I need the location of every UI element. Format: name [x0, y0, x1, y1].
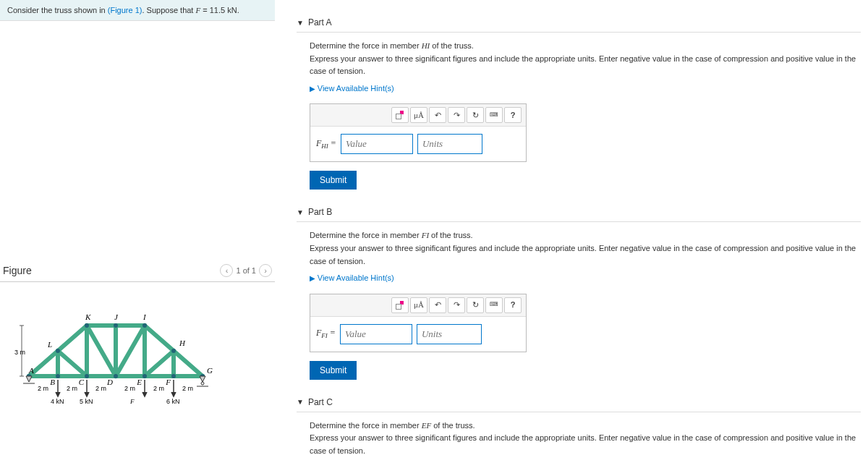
special-char-icon[interactable]: μÅ	[410, 107, 427, 123]
part-b-prompt: Determine the force in member FI of the …	[310, 229, 861, 242]
reset-icon[interactable]: ↻	[467, 107, 484, 123]
fraction-tool-icon[interactable]	[391, 107, 409, 123]
part-a-caret-icon[interactable]: ▼	[297, 19, 304, 27]
redo-icon[interactable]: ↷	[448, 107, 465, 123]
part-a-hints-toggle[interactable]: View Available Hint(s)	[310, 82, 394, 95]
dim-2m-6: 2 m	[182, 385, 193, 392]
svg-line-9	[58, 351, 87, 376]
part-b-caret-icon[interactable]: ▼	[297, 208, 304, 216]
label-B: B	[50, 378, 55, 386]
part-a-force-label: FHI =	[316, 137, 336, 152]
help-icon[interactable]: ?	[504, 297, 522, 313]
part-a: ▼ Part A Determine the force in member H…	[297, 13, 861, 190]
dim-2m-1: 2 m	[38, 385, 48, 392]
part-a-title: Part A	[308, 17, 332, 27]
svg-point-16	[114, 374, 118, 378]
label-E: E	[136, 378, 142, 386]
keyboard-icon[interactable]: ⌨	[485, 107, 503, 123]
part-b-units-input[interactable]	[417, 324, 482, 344]
load-6kn: 6 kN	[166, 398, 180, 405]
svg-point-18	[171, 374, 176, 378]
label-J: J	[114, 312, 119, 321]
part-b-force-label: FFI =	[316, 326, 336, 341]
special-char-icon[interactable]: μÅ	[410, 297, 427, 313]
part-b-hints-toggle[interactable]: View Available Hint(s)	[310, 272, 394, 285]
label-I: I	[142, 312, 147, 321]
problem-text-3: = 11.5 kN.	[200, 6, 239, 14]
part-b-title: Part B	[308, 207, 332, 217]
undo-icon[interactable]: ↶	[429, 107, 446, 123]
svg-line-10	[87, 326, 116, 376]
part-a-submit-button[interactable]: Submit	[310, 171, 357, 190]
figure-link[interactable]: (Figure 1)	[108, 6, 142, 14]
help-icon[interactable]: ?	[504, 107, 522, 123]
label-G: G	[207, 366, 213, 375]
svg-point-24	[171, 349, 176, 353]
svg-point-21	[85, 323, 89, 328]
label-K: K	[85, 312, 91, 321]
fraction-tool-icon[interactable]	[391, 297, 409, 313]
label-D: D	[106, 378, 113, 386]
reset-icon[interactable]: ↻	[467, 297, 484, 313]
svg-point-20	[56, 349, 60, 353]
undo-icon[interactable]: ↶	[429, 297, 446, 313]
load-4kn: 4 kN	[51, 398, 64, 405]
svg-point-17	[142, 374, 147, 378]
part-a-instructions: Express your answer to three significant…	[310, 53, 861, 78]
svg-line-11	[116, 326, 145, 376]
part-c-instructions: Express your answer to three significant…	[310, 432, 861, 455]
figure-pager: ‹ 1 of 1 ›	[220, 264, 272, 277]
part-c-title: Part C	[308, 397, 333, 407]
svg-point-14	[56, 374, 60, 378]
svg-point-15	[85, 374, 89, 378]
dim-2m-5: 2 m	[153, 385, 164, 392]
part-c-prompt: Determine the force in member EF of the …	[310, 420, 861, 433]
problem-text-1: Consider the truss shown in	[7, 6, 108, 14]
load-5kn: 5 kN	[80, 398, 93, 405]
label-H: H	[179, 339, 186, 347]
label-L: L	[47, 340, 52, 349]
part-c: ▼ Part C Determine the force in member E…	[297, 393, 861, 455]
part-b-input-box: μÅ ↶ ↷ ↻ ⌨ ? FFI =	[310, 294, 527, 352]
keyboard-icon[interactable]: ⌨	[485, 297, 503, 313]
figure-header: Figure ‹ 1 of 1 ›	[0, 260, 275, 282]
dim-3m: 3 m	[14, 349, 25, 356]
part-a-prompt: Determine the force in member HI of the …	[310, 40, 861, 53]
part-b: ▼ Part B Determine the force in member F…	[297, 203, 861, 379]
part-a-units-input[interactable]	[417, 134, 482, 154]
label-A: A	[28, 366, 34, 375]
dim-2m-3: 2 m	[95, 385, 106, 392]
dim-2m-4: 2 m	[124, 385, 135, 392]
figure-prev-button[interactable]: ‹	[220, 264, 233, 277]
figure-next-button[interactable]: ›	[259, 264, 272, 277]
label-C: C	[79, 378, 85, 386]
load-F: F	[129, 398, 135, 405]
part-b-value-input[interactable]	[340, 324, 412, 344]
label-F-node: F	[165, 378, 171, 386]
part-b-instructions: Express your answer to three significant…	[310, 242, 861, 268]
problem-text-2: . Suppose that	[142, 6, 195, 14]
part-b-submit-button[interactable]: Submit	[310, 361, 357, 380]
figure-title: Figure	[3, 265, 32, 276]
dim-2m-2: 2 m	[67, 385, 77, 392]
svg-point-22	[114, 323, 118, 328]
figure-pager-text: 1 of 1	[236, 266, 256, 275]
svg-line-12	[145, 351, 174, 376]
part-c-caret-icon[interactable]: ▼	[297, 398, 304, 406]
truss-figure: K J I H G L A B C D E F 3 m 2 m 2 m	[0, 304, 275, 407]
redo-icon[interactable]: ↷	[448, 297, 465, 313]
part-a-input-box: μÅ ↶ ↷ ↻ ⌨ ? FHI =	[310, 103, 527, 162]
problem-statement: Consider the truss shown in (Figure 1). …	[0, 0, 275, 21]
part-a-value-input[interactable]	[341, 134, 413, 154]
svg-point-23	[142, 323, 147, 328]
